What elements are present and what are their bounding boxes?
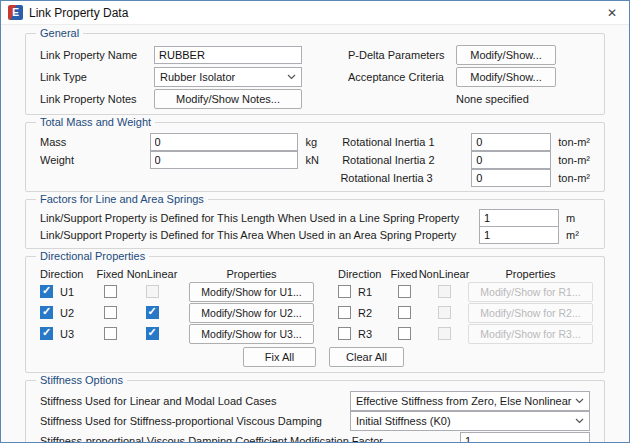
u2-direction-checkbox[interactable] bbox=[40, 306, 53, 319]
mass-unit: kg bbox=[306, 136, 339, 148]
r1-label: R1 bbox=[358, 286, 372, 298]
r1-fixed-checkbox[interactable] bbox=[398, 285, 411, 298]
r1-nonlinear-checkbox[interactable] bbox=[438, 285, 451, 298]
close-icon[interactable]: ✕ bbox=[595, 1, 629, 25]
p-delta-parameters-label: P-Delta Parameters bbox=[348, 49, 454, 61]
mass-input[interactable] bbox=[150, 133, 298, 151]
u1-fixed-checkbox[interactable] bbox=[104, 285, 117, 298]
clear-all-button[interactable]: Clear All bbox=[329, 347, 404, 367]
link-type-label: Link Type bbox=[40, 71, 154, 83]
u3-direction-checkbox[interactable] bbox=[40, 327, 53, 340]
u3-fixed-checkbox[interactable] bbox=[104, 327, 117, 340]
directional-row-u1-r1: U1 Modify/Show for U1... R1 Modify/Show … bbox=[40, 281, 604, 302]
modify-show-r2-button[interactable]: Modify/Show for R2... bbox=[468, 303, 593, 323]
link-type-value: Rubber Isolator bbox=[160, 71, 235, 83]
factors-row-1: Link/Support Property is Defined for Thi… bbox=[40, 210, 590, 226]
u2-label: U2 bbox=[60, 307, 74, 319]
u1-nonlinear-checkbox[interactable] bbox=[146, 285, 159, 298]
acceptance-criteria-label: Acceptance Criteria bbox=[348, 71, 454, 83]
stiffness-coefficient-input[interactable] bbox=[460, 432, 590, 443]
directional-group-title: Directional Properties bbox=[36, 250, 149, 262]
stiffness-linear-label: Stiffness Used for Linear and Modal Load… bbox=[40, 395, 350, 407]
link-type-select[interactable]: Rubber Isolator bbox=[154, 67, 302, 87]
directional-properties-group: Directional Properties Direction Fixed N… bbox=[25, 256, 605, 373]
chevron-down-icon bbox=[287, 74, 296, 80]
stiffness-damping-value: Initial Stiffness (K0) bbox=[356, 415, 451, 427]
modify-show-u2-button[interactable]: Modify/Show for U2... bbox=[189, 303, 314, 323]
mass-row-3: Rotational Inertia 3 ton-m² bbox=[40, 169, 590, 186]
general-row-1: Link Property Name P-Delta Parameters Mo… bbox=[40, 44, 590, 65]
link-property-name-input[interactable] bbox=[154, 46, 302, 64]
directional-row-u3-r3: U3 Modify/Show for U3... R3 Modify/Show … bbox=[40, 323, 604, 344]
r2-label: R2 bbox=[358, 307, 372, 319]
factors-group: Factors for Line and Area Springs Link/S… bbox=[25, 199, 605, 249]
r2-nonlinear-checkbox[interactable] bbox=[438, 306, 451, 319]
stiffness-row-2: Stiffness Used for Stiffness-proportiona… bbox=[40, 411, 590, 430]
rotational-inertia-3-label: Rotational Inertia 3 bbox=[340, 172, 463, 184]
rotational-inertia-1-input[interactable] bbox=[471, 133, 551, 151]
acceptance-criteria-note: None specified bbox=[456, 93, 556, 105]
rotational-inertia-1-label: Rotational Inertia 1 bbox=[342, 136, 463, 148]
general-row-2: Link Type Rubber Isolator Acceptance Cri… bbox=[40, 66, 590, 87]
r2-fixed-checkbox[interactable] bbox=[398, 306, 411, 319]
stiffness-row-1: Stiffness Used for Linear and Modal Load… bbox=[40, 391, 590, 410]
line-spring-label: Link/Support Property is Defined for Thi… bbox=[40, 212, 471, 224]
modify-show-u1-button[interactable]: Modify/Show for U1... bbox=[189, 282, 314, 302]
u3-label: U3 bbox=[60, 328, 74, 340]
modify-show-u3-button[interactable]: Modify/Show for U3... bbox=[189, 324, 314, 344]
weight-input[interactable] bbox=[150, 151, 298, 169]
stiffness-linear-select[interactable]: Effective Stiffness from Zero, Else Nonl… bbox=[350, 391, 590, 411]
properties-header: Properties bbox=[189, 268, 314, 280]
r3-direction-checkbox[interactable] bbox=[338, 327, 351, 340]
chevron-down-icon bbox=[575, 418, 584, 424]
area-spring-label: Link/Support Property is Defined for Thi… bbox=[40, 229, 471, 241]
rotational-inertia-2-label: Rotational Inertia 2 bbox=[342, 154, 463, 166]
rotational-inertia-2-unit: ton-m² bbox=[558, 154, 590, 166]
stiffness-group-title: Stiffness Options bbox=[36, 374, 127, 386]
rotational-inertia-1-unit: ton-m² bbox=[558, 136, 590, 148]
directional-header-row: Direction Fixed NonLinear Properties Dir… bbox=[40, 266, 604, 281]
r2-direction-checkbox[interactable] bbox=[338, 306, 351, 319]
u3-nonlinear-checkbox[interactable] bbox=[146, 327, 159, 340]
line-spring-length-input[interactable] bbox=[479, 209, 559, 227]
fix-all-button[interactable]: Fix All bbox=[243, 347, 316, 367]
stiffness-damping-select[interactable]: Initial Stiffness (K0) bbox=[350, 411, 590, 431]
link-property-notes-label: Link Property Notes bbox=[40, 93, 154, 105]
r3-nonlinear-checkbox[interactable] bbox=[438, 327, 451, 340]
window-title: Link Property Data bbox=[29, 6, 595, 20]
u2-nonlinear-checkbox[interactable] bbox=[146, 306, 159, 319]
r1-direction-checkbox[interactable] bbox=[338, 285, 351, 298]
link-property-data-dialog: E Link Property Data ✕ General Link Prop… bbox=[0, 0, 630, 443]
acceptance-criteria-modify-show-button[interactable]: Modify/Show... bbox=[456, 67, 556, 87]
r3-fixed-checkbox[interactable] bbox=[398, 327, 411, 340]
modify-show-r1-button[interactable]: Modify/Show for R1... bbox=[468, 282, 593, 302]
nonlinear-header: NonLinear bbox=[130, 268, 174, 280]
factors-group-title: Factors for Line and Area Springs bbox=[36, 193, 208, 205]
mass-group-title: Total Mass and Weight bbox=[36, 116, 155, 128]
stiffness-coefficient-label: Stiffness-proportional Viscous Damping C… bbox=[40, 435, 460, 443]
rotational-inertia-2-input[interactable] bbox=[471, 151, 551, 169]
mass-label: Mass bbox=[40, 136, 150, 148]
p-delta-modify-show-button[interactable]: Modify/Show... bbox=[456, 45, 556, 65]
stiffness-row-3: Stiffness-proportional Viscous Damping C… bbox=[40, 431, 590, 443]
u2-fixed-checkbox[interactable] bbox=[104, 306, 117, 319]
direction-header-right: Direction bbox=[338, 268, 384, 280]
directional-row-u2-r2: U2 Modify/Show for U2... R2 Modify/Show … bbox=[40, 302, 604, 323]
direction-header: Direction bbox=[40, 268, 90, 280]
chevron-down-icon bbox=[575, 398, 584, 404]
fixed-header: Fixed bbox=[90, 268, 130, 280]
modify-show-r3-button[interactable]: Modify/Show for R3... bbox=[468, 324, 593, 344]
weight-label: Weight bbox=[40, 154, 150, 166]
mass-row-2: Weight kN Rotational Inertia 2 ton-m² bbox=[40, 151, 590, 168]
mass-row-1: Mass kg Rotational Inertia 1 ton-m² bbox=[40, 133, 590, 150]
link-property-name-label: Link Property Name bbox=[40, 49, 154, 61]
area-spring-area-input[interactable] bbox=[479, 226, 559, 244]
general-group: General Link Property Name P-Delta Param… bbox=[25, 33, 605, 115]
u1-direction-checkbox[interactable] bbox=[40, 285, 53, 298]
modify-show-notes-button[interactable]: Modify/Show Notes... bbox=[154, 89, 302, 109]
rotational-inertia-3-input[interactable] bbox=[471, 169, 551, 187]
weight-unit: kN bbox=[306, 154, 339, 166]
factors-row-2: Link/Support Property is Defined for Thi… bbox=[40, 227, 590, 243]
rotational-inertia-3-unit: ton-m² bbox=[558, 172, 590, 184]
stiffness-damping-label: Stiffness Used for Stiffness-proportiona… bbox=[40, 415, 350, 427]
